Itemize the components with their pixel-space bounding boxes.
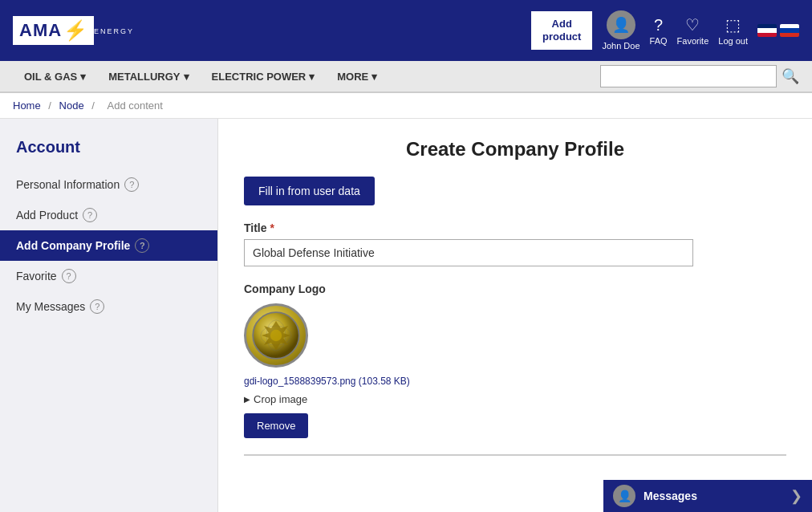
add-company-profile-help-icon[interactable]: ?	[135, 238, 149, 253]
sidebar: Account Personal Information ? Add Produ…	[0, 119, 218, 512]
user-profile-button[interactable]: 👤 John Doe	[602, 10, 639, 51]
breadcrumb: Home / Node / Add content	[0, 93, 812, 119]
sidebar-item-personal-information[interactable]: Personal Information ?	[0, 169, 217, 200]
logout-icon: ⬚	[725, 15, 741, 35]
file-info: gdi-logo_1588839573.png (103.58 KB)	[244, 376, 786, 387]
faq-button[interactable]: ? FAQ	[650, 16, 668, 46]
nav-more[interactable]: MORE ▾	[326, 61, 388, 91]
favorite-label: Favorite	[677, 36, 709, 46]
search-area: 🔍	[600, 65, 799, 87]
section-divider	[244, 454, 786, 464]
nav-more-label: MORE	[337, 71, 368, 83]
logo-box: AMA ⚡	[13, 16, 94, 45]
faq-label: FAQ	[650, 36, 668, 46]
nav-metallurgy-label: METALLURGY	[108, 71, 180, 83]
header-right: Addproduct 👤 John Doe ? FAQ ♡ Favorite ⬚…	[531, 10, 799, 51]
logo-sub-wrap: ENERGY	[94, 26, 134, 35]
breadcrumb-current: Add content	[107, 100, 162, 112]
title-input[interactable]	[244, 239, 693, 266]
sidebar-my-messages-label: My Messages	[16, 300, 85, 313]
logout-button[interactable]: ⬚ Log out	[718, 15, 748, 46]
navbar: OIL & GAS ▾ METALLURGY ▾ ELECTRIC POWER …	[0, 61, 812, 93]
personal-information-help-icon[interactable]: ?	[124, 177, 139, 192]
heart-icon: ♡	[685, 15, 700, 35]
breadcrumb-node[interactable]: Node	[59, 100, 84, 112]
crop-toggle-arrow-icon: ▶	[244, 395, 250, 404]
language-flags[interactable]	[757, 24, 799, 37]
logo-area: AMA ⚡ ENERGY	[13, 16, 134, 45]
remove-button[interactable]: Remove	[244, 413, 308, 438]
nav-more-arrow-icon: ▾	[371, 71, 377, 83]
required-marker: *	[270, 221, 274, 234]
nav-metallurgy[interactable]: METALLURGY ▾	[97, 61, 200, 91]
main-wrap: Account Personal Information ? Add Produ…	[0, 119, 812, 512]
fill-from-user-data-button[interactable]: Fill in from user data	[244, 177, 375, 205]
favorite-button[interactable]: ♡ Favorite	[677, 15, 709, 46]
nav-metallurgy-arrow-icon: ▾	[184, 71, 189, 83]
sidebar-add-product-label: Add Product	[16, 209, 78, 221]
sidebar-add-company-profile-label: Add Company Profile	[16, 239, 130, 252]
breadcrumb-home[interactable]: Home	[13, 100, 41, 112]
messages-expand-icon: ❯	[790, 487, 802, 505]
my-messages-help-icon[interactable]: ?	[90, 299, 104, 314]
question-icon: ?	[654, 16, 663, 35]
sidebar-item-favorite[interactable]: Favorite ?	[0, 261, 217, 291]
favorite-help-icon[interactable]: ?	[62, 269, 76, 283]
nav-oil-gas-arrow-icon: ▾	[80, 71, 86, 83]
nav-electric-power-arrow-icon: ▾	[309, 71, 315, 83]
crop-image-label: Crop image	[254, 393, 307, 405]
logo-image	[252, 311, 300, 360]
svg-point-3	[270, 330, 282, 341]
messages-avatar: 👤	[613, 485, 635, 507]
nav-oil-gas[interactable]: OIL & GAS ▾	[13, 61, 97, 91]
crop-image-toggle[interactable]: ▶ Crop image	[244, 393, 786, 405]
logo-text: AMA	[19, 20, 62, 41]
nav-electric-power[interactable]: ELECTRIC POWER ▾	[201, 61, 327, 91]
page-title: Create Company Profile	[244, 138, 786, 161]
breadcrumb-sep1: /	[48, 100, 54, 112]
search-input[interactable]	[600, 65, 777, 87]
messages-float[interactable]: 👤 Messages ❯	[603, 480, 812, 512]
search-icon: 🔍	[782, 68, 799, 84]
sidebar-item-my-messages[interactable]: My Messages ?	[0, 291, 217, 322]
nav-electric-power-label: ELECTRIC POWER	[212, 71, 307, 83]
search-button[interactable]: 🔍	[782, 67, 799, 85]
flag-ru-icon[interactable]	[780, 24, 799, 37]
nav-oil-gas-label: OIL & GAS	[24, 71, 77, 83]
content-area: Create Company Profile Fill in from user…	[218, 119, 812, 512]
logo-preview	[244, 303, 308, 368]
flag-en-icon[interactable]	[757, 24, 777, 37]
add-product-button[interactable]: Addproduct	[531, 11, 592, 49]
company-logo-label: Company Logo	[244, 282, 786, 295]
header: AMA ⚡ ENERGY Addproduct 👤 John Doe ? FAQ…	[0, 0, 812, 61]
logout-label: Log out	[718, 36, 748, 46]
logo-lightning-icon: ⚡	[63, 19, 87, 42]
sidebar-title: Account	[0, 132, 217, 169]
sidebar-item-add-product[interactable]: Add Product ?	[0, 200, 217, 230]
sidebar-item-add-company-profile[interactable]: Add Company Profile ?	[0, 230, 217, 261]
add-product-help-icon[interactable]: ?	[83, 208, 97, 222]
breadcrumb-sep2: /	[91, 100, 97, 112]
sidebar-personal-information-label: Personal Information	[16, 178, 120, 191]
messages-label: Messages	[644, 490, 697, 502]
user-name: John Doe	[602, 41, 639, 51]
logo-sub: ENERGY	[94, 27, 134, 35]
sidebar-favorite-label: Favorite	[16, 270, 57, 282]
title-label-text: Title	[244, 221, 267, 234]
title-label: Title *	[244, 221, 786, 234]
avatar: 👤	[607, 10, 635, 39]
